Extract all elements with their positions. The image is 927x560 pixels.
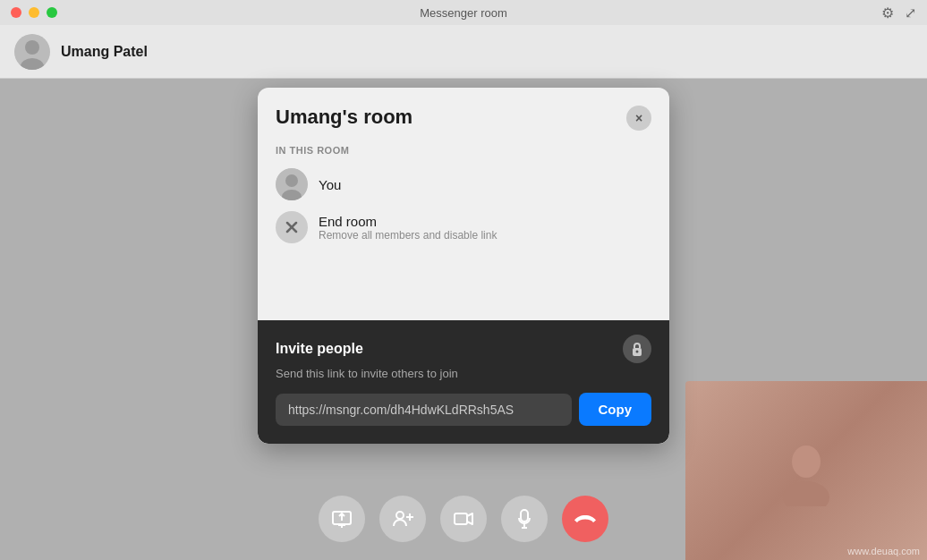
end-call-button[interactable] [562,496,608,542]
video-button[interactable] [440,496,487,542]
chat-header: Umang Patel [0,25,927,79]
title-bar-actions: ⚙ ⤢ [881,4,916,21]
svg-point-1 [25,40,39,55]
svg-point-3 [792,445,821,478]
end-room-icon [276,211,308,243]
window-controls [11,7,57,18]
watermark: www.deuaq.com [847,546,920,556]
svg-point-16 [396,512,404,519]
room-title: Umang's room [276,106,412,129]
close-window-button[interactable] [11,7,21,18]
minimize-window-button[interactable] [29,7,39,18]
member-item-you: You [276,163,651,206]
svg-rect-20 [521,510,528,522]
invite-link-row: Copy [276,393,651,426]
invite-subtitle: Send this link to invite others to join [276,367,651,380]
user-avatar [14,34,50,70]
title-bar: Messenger room ⚙ ⤢ [0,0,927,25]
share-screen-button[interactable] [319,496,365,542]
room-members: You End room Remove all members and disa… [258,163,669,249]
main-area: Umang's room × IN THIS ROOM You [0,79,927,560]
invite-header: Invite people [276,335,651,363]
add-people-button[interactable] [379,496,426,542]
window-title: Messenger room [420,6,507,20]
member-avatar-you [276,168,308,200]
maximize-window-button[interactable] [47,7,57,18]
room-section-label: IN THIS ROOM [258,131,669,163]
member-name-you: You [319,177,341,192]
settings-icon[interactable]: ⚙ [881,4,894,21]
end-room-description: Remove all members and disable link [319,229,497,242]
svg-point-11 [636,351,639,353]
room-modal-header: Umang's room × [258,88,669,131]
end-room-title: End room [319,214,497,229]
svg-rect-19 [455,513,467,524]
invite-title: Invite people [276,341,363,357]
invite-panel: Invite people Send this link to invite o… [258,320,669,444]
room-modal: Umang's room × IN THIS ROOM You [258,88,669,444]
svg-rect-13 [338,524,345,526]
end-room-item[interactable]: End room Remove all members and disable … [276,206,651,249]
svg-point-6 [285,174,298,187]
end-room-info: End room Remove all members and disable … [319,214,497,242]
room-modal-spacer [258,249,669,320]
copy-link-button[interactable]: Copy [579,393,652,426]
lock-button[interactable] [623,335,651,363]
close-room-modal-button[interactable]: × [626,106,651,131]
user-name: Umang Patel [61,44,148,60]
bottom-controls [0,496,927,542]
fullscreen-icon[interactable]: ⤢ [905,4,916,21]
microphone-button[interactable] [501,496,548,542]
invite-link-input[interactable] [276,394,572,426]
